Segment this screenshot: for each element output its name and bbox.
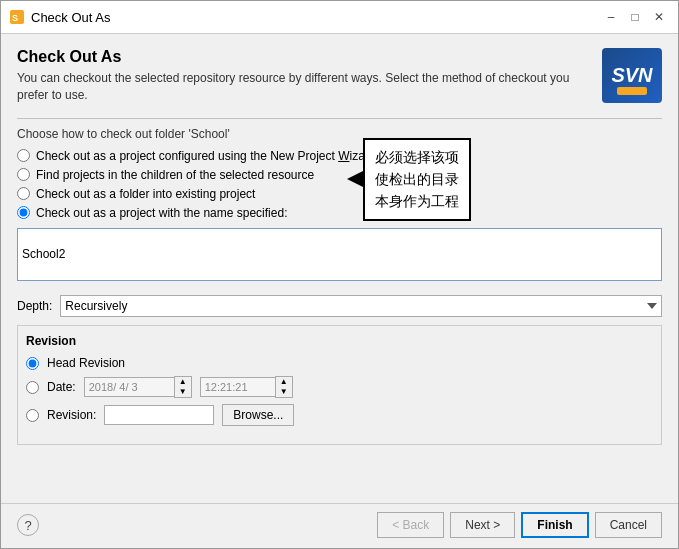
checkout-dialog: S Check Out As – □ ✕ Check Out As You ca… (0, 0, 679, 549)
finish-button[interactable]: Finish (521, 512, 588, 538)
help-button[interactable]: ? (17, 514, 39, 536)
date-input-group: ▲ ▼ (84, 376, 192, 398)
depth-label: Depth: (17, 299, 52, 313)
svn-logo: SVN (602, 48, 662, 103)
revision-date-row: Date: ▲ ▼ ▲ ▼ (26, 376, 649, 398)
radio-head-revision[interactable] (26, 357, 39, 370)
revision-group: Revision Head Revision Date: ▲ ▼ (17, 325, 662, 445)
page-title: Check Out As (17, 48, 602, 66)
checkout-icon: S (9, 9, 25, 25)
back-button[interactable]: < Back (377, 512, 444, 538)
footer: ? < Back Next > Finish Cancel (1, 503, 678, 548)
annotation-box: 必须选择该项 使检出的目录 本身作为工程 (363, 138, 471, 221)
revision-head-row: Head Revision (26, 356, 649, 370)
time-up-btn[interactable]: ▲ (276, 377, 292, 387)
footer-buttons: < Back Next > Finish Cancel (377, 512, 662, 538)
svg-text:S: S (12, 13, 18, 23)
depth-row: Depth: Recursively Immediate children On… (17, 295, 662, 317)
title-bar-left: S Check Out As (9, 9, 110, 25)
header-left: Check Out As You can checkout the select… (17, 48, 602, 104)
radio-folder-existing[interactable] (17, 187, 30, 200)
radio-new-project-wizard[interactable] (17, 149, 30, 162)
title-bar-controls: – □ ✕ (600, 6, 670, 28)
close-button[interactable]: ✕ (648, 6, 670, 28)
date-input[interactable] (84, 377, 174, 397)
annotation-container: 必须选择该项 使检出的目录 本身作为工程 (347, 138, 471, 221)
main-content: Check Out As You can checkout the select… (1, 34, 678, 503)
date-spinner: ▲ ▼ (174, 376, 192, 398)
page-description: You can checkout the selected repository… (17, 70, 602, 104)
radio-row-1: Check out as a project configured using … (17, 149, 662, 163)
cancel-button[interactable]: Cancel (595, 512, 662, 538)
maximize-button[interactable]: □ (624, 6, 646, 28)
revision-title: Revision (26, 334, 649, 348)
radio-row-2: Find projects in the children of the sel… (17, 168, 662, 182)
radio-label-folder-existing[interactable]: Check out as a folder into existing proj… (36, 187, 255, 201)
depth-select[interactable]: Recursively Immediate children Only this… (60, 295, 662, 317)
browse-button[interactable]: Browse... (222, 404, 294, 426)
svn-connector (617, 87, 647, 95)
next-button[interactable]: Next > (450, 512, 515, 538)
time-spinner: ▲ ▼ (275, 376, 293, 398)
minimize-button[interactable]: – (600, 6, 622, 28)
checkout-options: Check out as a project configured using … (17, 149, 662, 220)
revision-number-input[interactable] (104, 405, 214, 425)
title-bar: S Check Out As – □ ✕ (1, 1, 678, 34)
annotation-line1: 必须选择该项 (375, 146, 459, 168)
radio-project-name[interactable] (17, 206, 30, 219)
date-revision-label[interactable]: Date: (47, 380, 76, 394)
content-spacer (17, 445, 662, 493)
date-down-btn[interactable]: ▼ (175, 387, 191, 397)
date-up-btn[interactable]: ▲ (175, 377, 191, 387)
time-input-group: ▲ ▼ (200, 376, 293, 398)
annotation-line3: 本身作为工程 (375, 190, 459, 212)
header-row: Check Out As You can checkout the select… (17, 48, 662, 104)
revision-number-label[interactable]: Revision: (47, 408, 96, 422)
revision-number-row: Revision: Browse... (26, 404, 649, 426)
head-revision-label[interactable]: Head Revision (47, 356, 125, 370)
annotation-line2: 使检出的目录 (375, 168, 459, 190)
radio-label-project-name[interactable]: Check out as a project with the name spe… (36, 206, 287, 220)
radio-row-4: Check out as a project with the name spe… (17, 206, 662, 220)
radio-revision-number[interactable] (26, 409, 39, 422)
annotation-arrow (347, 171, 363, 187)
radio-label-find-children[interactable]: Find projects in the children of the sel… (36, 168, 314, 182)
time-down-btn[interactable]: ▼ (276, 387, 292, 397)
radio-find-children[interactable] (17, 168, 30, 181)
radio-label-new-project-wizard[interactable]: Check out as a project configured using … (36, 149, 376, 163)
header-divider (17, 118, 662, 119)
radio-row-3: Check out as a folder into existing proj… (17, 187, 662, 201)
radio-date-revision[interactable] (26, 381, 39, 394)
time-input[interactable] (200, 377, 275, 397)
project-name-input[interactable] (17, 228, 662, 282)
section-choose-label: Choose how to check out folder 'School' (17, 127, 662, 141)
svn-label: SVN (611, 64, 652, 87)
title-bar-title: Check Out As (31, 10, 110, 25)
